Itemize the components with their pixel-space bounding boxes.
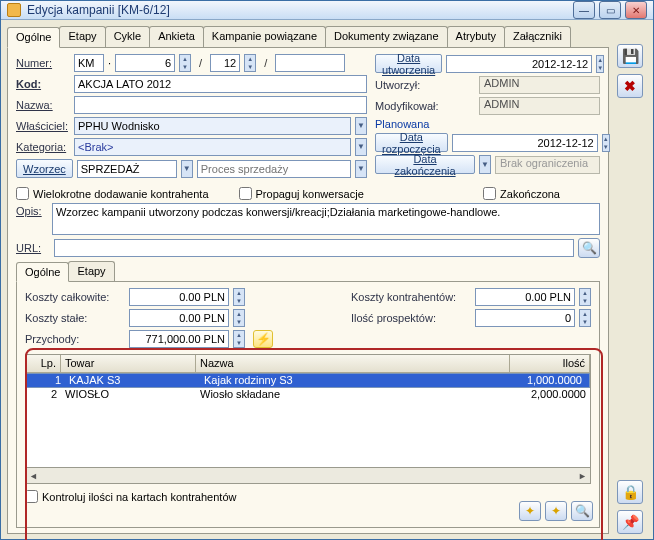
input-koszty-stale[interactable] (129, 309, 229, 327)
label-koszty-stale: Koszty stałe: (25, 312, 125, 324)
input-url[interactable] (54, 239, 574, 257)
input-wzorzec[interactable] (77, 160, 177, 178)
label-planowana: Planowana (375, 118, 429, 130)
tab-załączniki[interactable]: Załączniki (504, 26, 571, 47)
spin-data-rozpoczecia[interactable]: ▲▼ (602, 134, 610, 152)
items-grid[interactable]: Lp. Towar Nazwa Ilość 1KAJAK S3Kajak rod… (25, 354, 591, 468)
input-number[interactable] (115, 54, 175, 72)
minimize-button[interactable]: — (573, 1, 595, 19)
input-series[interactable] (74, 54, 104, 72)
spin-number[interactable]: ▲▼ (179, 54, 191, 72)
sub-tabs: OgólneEtapy (16, 261, 600, 282)
col-towar[interactable]: Towar (61, 355, 196, 372)
tab-atrybuty[interactable]: Atrybuty (447, 26, 505, 47)
button-lock[interactable]: 🔒 (617, 480, 643, 504)
input-przychody[interactable] (129, 330, 229, 348)
subtab-etapy[interactable]: Etapy (68, 261, 114, 281)
tab-etapy[interactable]: Etapy (59, 26, 105, 47)
button-search[interactable]: 🔍 (571, 501, 593, 521)
button-wzorzec[interactable]: Wzorzec (16, 159, 73, 178)
input-number2[interactable] (210, 54, 240, 72)
check-zakonczona[interactable]: Zakończona (483, 187, 560, 200)
tab-kampanie-powiązane[interactable]: Kampanie powiązane (203, 26, 326, 47)
button-wand2[interactable]: ✦ (545, 501, 567, 521)
button-data-zakonczenia[interactable]: Data zakończenia (375, 155, 475, 174)
col-lp[interactable]: Lp. (26, 355, 61, 372)
spin-ilosc-prospektow[interactable]: ▲▼ (579, 309, 591, 327)
dropdown-data-zakonczenia[interactable]: ▼ (479, 155, 491, 174)
table-row[interactable]: 2WIOSŁOWiosło składane2,000.0000 (26, 388, 590, 403)
table-row[interactable]: 1KAJAK S3Kajak rodzinny S31,000.0000 (26, 373, 590, 388)
app-window: Edycja kampanii [KM-6/12] — ▭ ✕ OgólneEt… (0, 0, 654, 540)
sub-panel: Koszty całkowite: ▲▼ Koszty kontrahentów… (16, 282, 600, 528)
button-lightning[interactable]: ⚡ (253, 330, 273, 348)
pin-icon: 📌 (622, 514, 639, 530)
titlebar: Edycja kampanii [KM-6/12] — ▭ ✕ (1, 1, 653, 20)
label-opis: Opis: (16, 203, 48, 217)
input-kod[interactable] (74, 75, 367, 93)
label-nazwa: Nazwa: (16, 99, 70, 111)
check-kontroluj[interactable]: Kontroluj ilości na kartach kontrahentów (25, 490, 236, 503)
grid-header: Lp. Towar Nazwa Ilość (26, 355, 590, 373)
button-save[interactable]: 💾 (617, 44, 643, 68)
subtab-ogólne[interactable]: Ogólne (16, 262, 69, 282)
lightning-icon: ⚡ (256, 332, 271, 346)
label-przychody: Przychody: (25, 333, 125, 345)
spin-data-utworzenia[interactable]: ▲▼ (596, 55, 604, 73)
button-pin[interactable]: 📌 (617, 510, 643, 534)
input-number3[interactable] (275, 54, 345, 72)
check-wielokrotne[interactable]: Wielokrotne dodawanie kontrahenta (16, 187, 209, 200)
label-kategoria: Kategoria: (16, 141, 70, 153)
dropdown-wlasciciel[interactable]: ▼ (355, 117, 367, 135)
label-ilosc-prospektow: Ilość prospektów: (351, 312, 471, 324)
wand-icon: ✦ (551, 504, 561, 518)
cancel-icon: ✖ (624, 78, 636, 94)
maximize-button[interactable]: ▭ (599, 1, 621, 19)
button-data-utworzenia[interactable]: Data utworzenia (375, 54, 442, 73)
spin-koszty-calkowite[interactable]: ▲▼ (233, 288, 245, 306)
label-modyfikowal: Modyfikował: (375, 100, 475, 112)
button-wand1[interactable]: ✦ (519, 501, 541, 521)
label-koszty-kontrahentow: Koszty kontrahentów: (351, 291, 471, 303)
main-tabs: OgólneEtapyCykleAnkietaKampanie powiązan… (7, 26, 609, 48)
spin-koszty-stale[interactable]: ▲▼ (233, 309, 245, 327)
field-data-zakonczenia: Brak ograniczenia (495, 156, 600, 174)
label-numer: Numer: (16, 57, 70, 69)
spin-przychody[interactable]: ▲▼ (233, 330, 245, 348)
col-nazwa[interactable]: Nazwa (196, 355, 510, 372)
save-icon: 💾 (622, 48, 639, 64)
dropdown-kategoria[interactable]: ▼ (355, 138, 367, 156)
spin-number2[interactable]: ▲▼ (244, 54, 256, 72)
label-wlasciciel: Właściciel: (16, 120, 70, 132)
spin-koszty-kontrahentow[interactable]: ▲▼ (579, 288, 591, 306)
wand-icon: ✦ (525, 504, 535, 518)
search-icon: 🔍 (575, 504, 590, 518)
input-proces[interactable] (197, 160, 351, 178)
col-ilosc[interactable]: Ilość (510, 355, 590, 372)
close-button[interactable]: ✕ (625, 1, 647, 19)
button-url-browse[interactable]: 🔍 (578, 238, 600, 258)
dropdown-wzorzec[interactable]: ▼ (181, 160, 193, 178)
tab-ogólne[interactable]: Ogólne (7, 27, 60, 48)
select-wlasciciel[interactable] (74, 117, 351, 135)
input-nazwa[interactable] (74, 96, 367, 114)
field-utworzyl: ADMIN (479, 76, 600, 94)
input-data-utworzenia[interactable] (446, 55, 592, 73)
dropdown-proces[interactable]: ▼ (355, 160, 367, 178)
input-ilosc-prospektow[interactable] (475, 309, 575, 327)
input-data-rozpoczecia[interactable] (452, 134, 598, 152)
button-cancel[interactable]: ✖ (617, 74, 643, 98)
label-koszty-calkowite: Koszty całkowite: (25, 291, 125, 303)
input-koszty-calkowite[interactable] (129, 288, 229, 306)
grid-hscroll[interactable]: ◄► (25, 468, 591, 484)
tab-ankieta[interactable]: Ankieta (149, 26, 204, 47)
button-data-rozpoczecia[interactable]: Data rozpoczęcia (375, 133, 448, 152)
field-modyfikowal: ADMIN (479, 97, 600, 115)
input-koszty-kontrahentow[interactable] (475, 288, 575, 306)
textarea-opis[interactable]: Wzorzec kampanii utworzony podczas konwe… (52, 203, 600, 235)
tab-cykle[interactable]: Cykle (105, 26, 151, 47)
select-kategoria[interactable] (74, 138, 351, 156)
label-url: URL: (16, 242, 50, 254)
tab-dokumenty-związane[interactable]: Dokumenty związane (325, 26, 448, 47)
check-propaguj[interactable]: Propaguj konwersacje (239, 187, 364, 200)
